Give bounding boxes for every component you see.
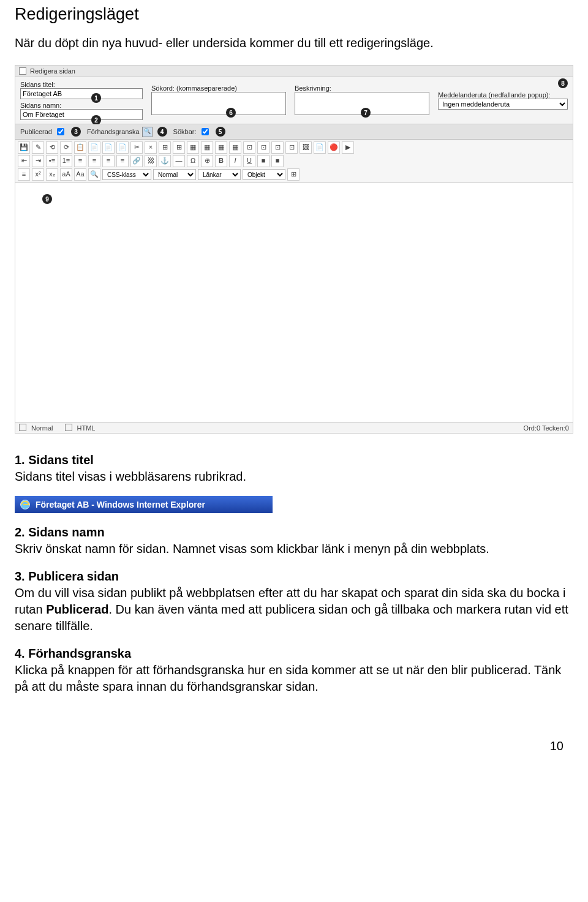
tool-icon[interactable]: ⊡ [271, 141, 284, 154]
tool-icon[interactable]: ⊞ [287, 168, 300, 181]
badge-7: 7 [361, 108, 371, 118]
tool-icon[interactable]: ▦ [201, 141, 213, 154]
badge-6: 6 [226, 108, 236, 118]
section-3: 3. Publicera sidan Om du vill visa sidan… [15, 568, 573, 634]
editor-screenshot: Redigera sidan Sidans titel: Sidans namn… [15, 65, 573, 434]
badge-9: 9 [42, 194, 52, 204]
hr-icon[interactable]: — [173, 155, 185, 167]
youtube-icon[interactable]: ▶ [342, 141, 354, 154]
badge-4: 4 [157, 127, 167, 137]
tool-icon[interactable]: ■ [271, 155, 284, 167]
paste-icon[interactable]: 📄 [88, 141, 100, 154]
underline-icon[interactable]: U [243, 155, 255, 167]
tool-icon[interactable]: ⊕ [201, 155, 213, 167]
tool-icon[interactable]: ⇤ [18, 155, 30, 167]
tool-icon[interactable]: ≡ [18, 168, 30, 181]
unlink-icon[interactable]: ⛓ [145, 155, 157, 167]
label-publicerad: Publicerad [20, 128, 52, 135]
tool-icon[interactable]: ⊞ [173, 141, 185, 154]
section-2: 2. Sidans namn Skriv önskat namn för sid… [15, 524, 573, 557]
link-icon[interactable]: 🔗 [130, 155, 143, 167]
bullet-list-icon[interactable]: •≡ [46, 155, 58, 167]
ie-titlebar: Företaget AB - Windows Internet Explorer [15, 496, 273, 513]
input-sidans-namn[interactable] [20, 109, 143, 120]
panel-title: Redigera sidan [30, 67, 75, 75]
tool-icon[interactable]: ▦ [215, 141, 227, 154]
image-icon[interactable]: 🖼 [300, 141, 312, 154]
tool-icon[interactable]: ▦ [229, 141, 241, 154]
label-sokbar: Sökbar: [173, 128, 197, 135]
tool-icon[interactable]: ⊡ [257, 141, 270, 154]
tool-icon[interactable]: ⊡ [285, 141, 298, 154]
ie-title-text: Företaget AB - Windows Internet Explorer [36, 500, 205, 509]
object-select[interactable]: Objekt [243, 169, 285, 180]
input-sidans-titel[interactable] [20, 88, 143, 99]
section-4: 4. Förhandsgranska Klicka på knappen för… [15, 645, 573, 695]
editor-area[interactable]: 9 [15, 183, 573, 422]
panel-header: Redigera sidan [15, 66, 573, 77]
omega-icon[interactable]: Ω [187, 155, 199, 167]
cut-icon[interactable]: ✂ [130, 141, 143, 154]
page-heading: Redigeringsläget [15, 5, 573, 24]
badge-1: 1 [91, 93, 101, 103]
italic-icon[interactable]: I [229, 155, 241, 167]
page-number: 10 [0, 721, 588, 765]
copy-icon[interactable]: 📋 [74, 141, 86, 154]
label-meddelanderuta: Meddelanderuta (nedfallande popup): [438, 91, 568, 99]
badge-3: 3 [71, 127, 81, 137]
checkbox-publicerad[interactable] [57, 128, 64, 135]
superscript-icon[interactable]: x² [32, 168, 44, 181]
label-sokord: Sökord: (kommaseparerade) [151, 85, 286, 92]
save-icon[interactable]: 💾 [18, 141, 30, 154]
tool-icon[interactable]: ⟲ [46, 141, 58, 154]
tool-icon[interactable]: ⊡ [243, 141, 255, 154]
input-sokord[interactable] [151, 92, 286, 115]
editor-statusbar: Normal HTML Ord:0 Tecken:0 [15, 422, 573, 433]
tool-icon[interactable]: 🔴 [328, 141, 340, 154]
align-right-icon[interactable]: ≡ [102, 155, 115, 167]
bold-icon[interactable]: B [215, 155, 227, 167]
align-center-icon[interactable]: ≡ [88, 155, 100, 167]
tool-icon[interactable]: 🔍 [88, 168, 100, 181]
word-count: Ord:0 Tecken:0 [524, 424, 569, 432]
css-class-select[interactable]: CSS-klass [102, 169, 151, 180]
format-select[interactable]: Normal [153, 169, 196, 180]
align-left-icon[interactable]: ≡ [74, 155, 86, 167]
editor-toolbar: 💾 ✎ ⟲ ⟳ 📋 📄 📄 📄 ✂ × ⊞ ⊞ ▦ ▦ ▦ ▦ ⊡ [15, 140, 573, 183]
badge-5: 5 [216, 127, 225, 137]
tool-icon[interactable]: ■ [257, 155, 270, 167]
label-sidans-namn: Sidans namn: [20, 102, 143, 109]
expand-icon [19, 67, 26, 75]
label-beskrivning: Beskrivning: [295, 85, 429, 92]
anchor-icon[interactable]: ⚓ [159, 155, 171, 167]
mode-html[interactable]: HTML [65, 424, 100, 432]
select-meddelanderuta[interactable]: Ingen meddelanderuta [438, 99, 568, 110]
section-1: 1. Sidans titel Sidans titel visas i web… [15, 452, 573, 485]
tool-icon[interactable]: 📄 [102, 141, 115, 154]
label-forhandsgranska: Förhandsgranska [87, 128, 140, 135]
tool-icon[interactable]: aA [60, 168, 72, 181]
checkbox-sokbar[interactable] [202, 128, 209, 135]
links-select[interactable]: Länkar [198, 169, 241, 180]
ie-icon [20, 499, 31, 510]
subscript-icon[interactable]: x₂ [46, 168, 58, 181]
tool-icon[interactable]: ⟳ [60, 141, 72, 154]
label-sidans-titel: Sidans titel: [20, 81, 143, 88]
preview-button[interactable]: 🔍 [142, 127, 153, 137]
tool-icon[interactable]: 📄 [116, 141, 129, 154]
numbered-list-icon[interactable]: 1≡ [60, 155, 72, 167]
intro-text: När du döpt din nya huvud- eller undersi… [15, 35, 573, 51]
tool-icon[interactable]: 📄 [314, 141, 326, 154]
tool-icon[interactable]: ▦ [187, 141, 199, 154]
tool-icon[interactable]: ⊞ [159, 141, 171, 154]
tool-icon[interactable]: × [145, 141, 157, 154]
tool-icon[interactable]: Aa [74, 168, 86, 181]
badge-8: 8 [558, 78, 568, 88]
tool-icon[interactable]: ✎ [32, 141, 44, 154]
tool-icon[interactable]: ⇥ [32, 155, 44, 167]
align-justify-icon[interactable]: ≡ [116, 155, 129, 167]
badge-2: 2 [91, 115, 101, 125]
mode-normal[interactable]: Normal [19, 424, 58, 432]
